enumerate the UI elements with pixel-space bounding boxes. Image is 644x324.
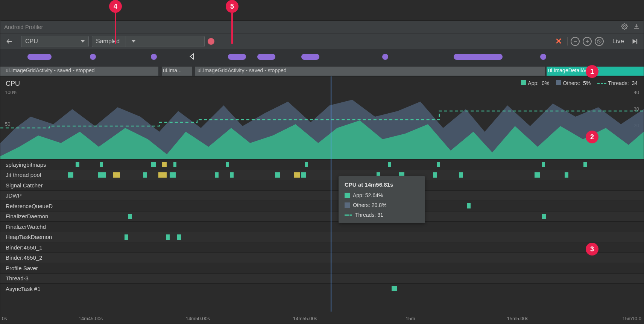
chart-plot [0, 90, 644, 160]
thread-name: Binder:4650_1 [0, 244, 64, 251]
thread-row[interactable]: Jit thread pool [0, 170, 644, 180]
cpu-tooltip: CPU at 14m56.81s App: 52.64% Others: 20.… [339, 176, 425, 223]
thread-name: Jit thread pool [0, 172, 64, 178]
thread-name: ReferenceQueueD [0, 203, 64, 209]
separator [567, 37, 568, 46]
profiler-select[interactable]: CPU [21, 36, 89, 47]
record-button[interactable] [208, 38, 214, 45]
touch-event [257, 54, 275, 60]
gear-icon[interactable] [621, 23, 628, 31]
thread-name: FinalizerDaemon [0, 213, 64, 219]
back-event-icon [188, 52, 196, 62]
thread-row[interactable]: JDWP [0, 190, 644, 201]
live-label: Live [610, 38, 626, 45]
window-title: Android Profiler [4, 24, 43, 30]
chevron-down-icon [81, 40, 85, 43]
touch-event [90, 54, 96, 60]
chart-title: CPU [6, 80, 20, 88]
callout-2: 2 [586, 131, 598, 143]
thread-row[interactable]: splayingbitmaps [0, 159, 644, 170]
thread-name: Binder:4650_2 [0, 254, 64, 261]
profiler-window: Android Profiler CPU Sampled ✕ − + [0, 20, 644, 324]
touch-event [540, 54, 546, 60]
event-timeline[interactable] [0, 49, 644, 66]
callout-1: 1 [586, 65, 598, 78]
thread-row[interactable]: ReferenceQueueD [0, 201, 644, 211]
tooltip-dashes-threads [345, 214, 352, 216]
activity-timeline[interactable]: ui.ImageGridActivity - saved - stopped u… [0, 66, 644, 76]
cpu-chart[interactable]: CPU App: 0% Others: 5% Threads: 34 100% … [0, 76, 644, 159]
profiler-select-label: CPU [25, 38, 38, 45]
thread-row[interactable]: AsyncTask #1 [0, 283, 644, 294]
svg-point-0 [624, 26, 626, 27]
tooltip-title: CPU at 14m56.81s [345, 181, 419, 188]
callout-5-stem [231, 13, 233, 44]
thread-name: Thread-3 [0, 275, 64, 281]
chart-legend: App: 0% Others: 5% Threads: 34 [521, 80, 638, 86]
touch-event [382, 54, 388, 60]
activity-label: ui.Ima... [163, 67, 182, 73]
separator [18, 37, 18, 46]
touch-event [301, 54, 319, 60]
zoom-out-button[interactable]: − [571, 37, 580, 46]
separator [607, 37, 607, 46]
callout-4: 4 [109, 0, 122, 13]
toolbar: CPU Sampled ✕ − + Live [0, 33, 644, 49]
touch-event [454, 54, 503, 60]
titlebar: Android Profiler [0, 21, 644, 33]
zoom-in-button[interactable]: + [583, 37, 592, 46]
touch-event [228, 54, 246, 60]
thread-name: HeapTaskDaemon [0, 234, 64, 240]
activity-label: ui.ImageGridActivity - saved - stopped [6, 67, 95, 73]
tooltip-swatch-app [345, 193, 350, 198]
thread-row[interactable]: Binder:4650_2 [0, 253, 644, 263]
thread-name: Signal Catcher [0, 182, 64, 189]
legend-swatch-others [556, 80, 561, 85]
trace-type-select[interactable]: Sampled [92, 36, 205, 47]
chevron-down-icon [132, 40, 135, 43]
thread-row[interactable]: FinalizerWatchd [0, 221, 644, 232]
touch-event [151, 54, 157, 60]
tooltip-swatch-others [345, 202, 350, 208]
close-button[interactable]: ✕ [553, 37, 564, 46]
thread-row[interactable]: Profile Saver [0, 263, 644, 273]
download-icon[interactable] [633, 23, 640, 31]
time-axis: 0s 14m45.00s 14m50.00s 14m55.00s 15m 15m… [0, 312, 644, 324]
thread-row[interactable]: Signal Catcher [0, 180, 644, 190]
thread-name: AsyncTask #1 [0, 286, 64, 292]
thread-row[interactable]: Thread-3 [0, 273, 644, 284]
thread-name: FinalizerWatchd [0, 224, 64, 230]
go-live-button[interactable] [629, 36, 640, 47]
thread-row[interactable]: HeapTaskDaemon [0, 232, 644, 242]
thread-row[interactable]: FinalizerDaemon [0, 211, 644, 222]
thread-name: JDWP [0, 192, 64, 199]
thread-list[interactable]: splayingbitmaps Jit thread pool [0, 159, 644, 324]
legend-dashes-threads [597, 83, 606, 84]
callout-3: 3 [586, 243, 598, 256]
activity-label: ui.ImageGridActivity - saved - stopped [197, 67, 287, 73]
thread-row[interactable]: Binder:4650_1 [0, 242, 644, 253]
thread-track [64, 160, 644, 170]
callout-4-stem [115, 13, 116, 44]
thread-name: splayingbitmaps [0, 161, 64, 168]
reset-zoom-button[interactable] [595, 37, 604, 46]
callout-5: 5 [226, 0, 238, 13]
legend-swatch-app [521, 80, 526, 85]
touch-event [27, 54, 52, 60]
back-button[interactable] [4, 36, 15, 47]
thread-name: Profile Saver [0, 265, 64, 271]
